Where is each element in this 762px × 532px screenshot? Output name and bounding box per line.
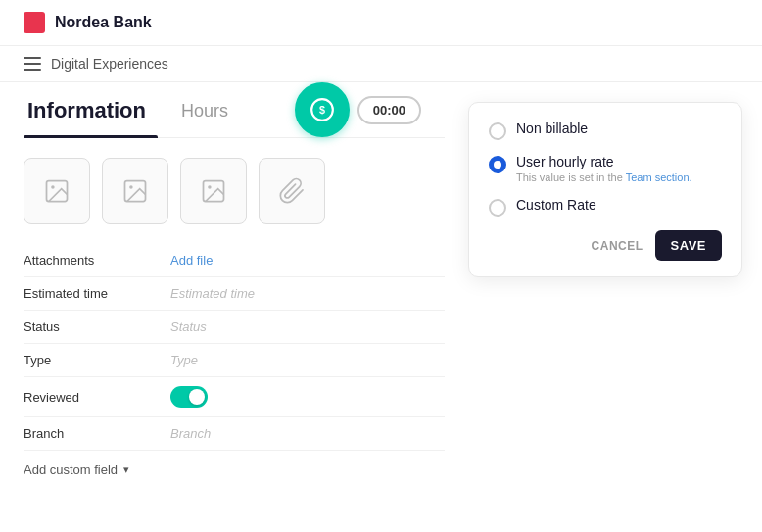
- field-branch: Branch Branch: [24, 417, 445, 451]
- radio-sub-user-hourly: This value is set in the Team section.: [516, 171, 692, 183]
- svg-point-3: [51, 185, 55, 189]
- field-label-branch: Branch: [24, 426, 170, 441]
- radio-outer-user-hourly: [489, 156, 506, 173]
- nav-bar: Digital Experiences: [0, 46, 762, 82]
- billing-popup: Non billable User hourly rate This value…: [468, 102, 742, 277]
- radio-custom-rate[interactable]: Custom Rate: [489, 197, 722, 217]
- tab-information[interactable]: Information: [24, 82, 158, 137]
- field-label-type: Type: [24, 353, 170, 367]
- radio-non-billable[interactable]: Non billable: [489, 121, 722, 140]
- radio-inner-dot: [494, 161, 501, 169]
- field-status: Status Status: [24, 311, 445, 344]
- main-content: Information Hours $ 00:00: [0, 82, 762, 489]
- left-panel: Information Hours $ 00:00: [0, 82, 468, 489]
- field-estimated-time: Estimated time Estimated time: [24, 277, 445, 311]
- field-label-status: Status: [24, 319, 170, 334]
- add-custom-label: Add custom field: [24, 462, 118, 477]
- add-file-link[interactable]: Add file: [170, 253, 213, 267]
- thumb-3[interactable]: [180, 158, 247, 224]
- field-reviewed: Reviewed: [24, 377, 445, 417]
- svg-text:$: $: [319, 104, 325, 116]
- thumb-attachment[interactable]: [259, 158, 325, 224]
- save-button[interactable]: SAVE: [655, 230, 722, 261]
- svg-point-7: [208, 185, 212, 189]
- thumb-1[interactable]: [24, 158, 90, 224]
- radio-label-custom-rate: Custom Rate: [516, 197, 596, 213]
- field-value-branch[interactable]: Branch: [170, 426, 211, 441]
- chevron-down-icon: ▾: [123, 463, 129, 476]
- nav-title: Digital Experiences: [51, 56, 168, 72]
- timer-display[interactable]: 00:00: [357, 96, 421, 124]
- reviewed-toggle[interactable]: [170, 386, 208, 408]
- field-label-estimated-time: Estimated time: [24, 286, 170, 301]
- add-custom-field[interactable]: Add custom field ▾: [24, 451, 445, 489]
- field-label-reviewed: Reviewed: [24, 390, 170, 405]
- svg-point-5: [129, 185, 133, 189]
- team-section-link[interactable]: Team section.: [626, 171, 692, 183]
- fields-list: Attachments Add file Estimated time Esti…: [24, 244, 445, 451]
- field-value-estimated-time[interactable]: Estimated time: [170, 286, 255, 301]
- radio-outer-non-billable: [489, 122, 506, 140]
- field-value-status[interactable]: Status: [170, 319, 207, 334]
- radio-label-user-hourly: User hourly rate This value is set in th…: [516, 154, 692, 183]
- thumb-2[interactable]: [102, 158, 168, 224]
- timer-start-button[interactable]: $: [295, 82, 350, 137]
- tabs-bar: Information Hours $ 00:00: [24, 82, 445, 138]
- field-attachments: Attachments Add file: [24, 244, 445, 277]
- logo-icon: [24, 12, 45, 33]
- radio-user-hourly-rate[interactable]: User hourly rate This value is set in th…: [489, 154, 722, 183]
- timer-area: $ 00:00: [295, 82, 421, 137]
- field-value-type[interactable]: Type: [170, 353, 198, 367]
- tab-hours[interactable]: Hours: [177, 85, 240, 135]
- cancel-button[interactable]: CANCEL: [592, 239, 643, 253]
- app-title: Nordea Bank: [55, 14, 152, 31]
- popup-actions: CANCEL SAVE: [489, 230, 722, 261]
- radio-outer-custom-rate: [489, 199, 506, 217]
- attachment-thumbnails: [24, 158, 445, 224]
- hamburger-icon[interactable]: [24, 57, 41, 71]
- field-type: Type Type: [24, 344, 445, 377]
- field-label-attachments: Attachments: [24, 253, 170, 267]
- header: Nordea Bank: [0, 0, 762, 46]
- radio-label-non-billable: Non billable: [516, 121, 588, 136]
